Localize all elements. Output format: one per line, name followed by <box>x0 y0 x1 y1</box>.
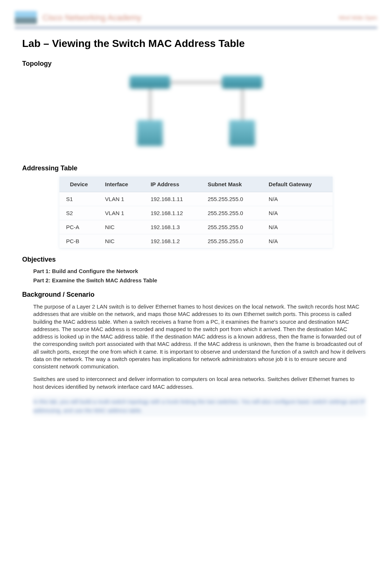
section-objectives-heading: Objectives <box>22 256 377 263</box>
cell-gateway: N/A <box>262 206 333 220</box>
page-header: Cisco Networking Academy Mind Wide Open <box>15 7 377 28</box>
pc-b-icon <box>229 120 255 146</box>
cell-mask: 255.255.255.0 <box>201 234 262 248</box>
cell-interface: NIC <box>99 220 144 234</box>
cell-mask: 255.255.255.0 <box>201 192 262 206</box>
link-trunk <box>170 82 222 83</box>
cell-ip: 192.168.1.2 <box>144 234 201 248</box>
background-paragraph-3-blurred: In this lab, you will build a multi-swit… <box>33 396 366 416</box>
col-mask: Subnet Mask <box>201 177 262 192</box>
objective-part2: Part 2: Examine the Switch MAC Address T… <box>33 277 377 283</box>
table-row: S2 VLAN 1 192.168.1.12 255.255.255.0 N/A <box>59 206 333 220</box>
pc-a-icon <box>137 120 163 146</box>
table-row: S1 VLAN 1 192.168.1.11 255.255.255.0 N/A <box>59 192 333 206</box>
objective-part1: Part 1: Build and Configure the Network <box>33 268 377 274</box>
cell-ip: 192.168.1.12 <box>144 206 201 220</box>
cell-gateway: N/A <box>262 192 333 206</box>
cell-device: S2 <box>59 206 99 220</box>
cisco-logo-icon <box>15 11 37 24</box>
background-paragraph-2: Switches are used to interconnect and de… <box>33 375 366 391</box>
link-s1-pca <box>150 89 151 120</box>
col-ip: IP Address <box>144 177 201 192</box>
topology-diagram <box>15 72 377 157</box>
cell-device: PC-B <box>59 234 99 248</box>
col-interface: Interface <box>99 177 144 192</box>
col-device: Device <box>59 177 99 192</box>
cell-gateway: N/A <box>262 220 333 234</box>
section-topology-heading: Topology <box>22 60 377 68</box>
cell-device: PC-A <box>59 220 99 234</box>
cell-ip: 192.168.1.11 <box>144 192 201 206</box>
header-left: Cisco Networking Academy <box>15 11 141 24</box>
table-row: PC-A NIC 192.168.1.3 255.255.255.0 N/A <box>59 220 333 234</box>
background-paragraph-1: The purpose of a Layer 2 LAN switch is t… <box>33 303 366 370</box>
header-tagline: Mind Wide Open <box>339 15 377 21</box>
cell-interface: VLAN 1 <box>99 206 144 220</box>
cell-gateway: N/A <box>262 234 333 248</box>
switch-s1-icon <box>130 76 170 89</box>
cell-interface: NIC <box>99 234 144 248</box>
document-page: Cisco Networking Academy Mind Wide Open … <box>0 0 392 575</box>
cell-mask: 255.255.255.0 <box>201 220 262 234</box>
cell-device: S1 <box>59 192 99 206</box>
cell-ip: 192.168.1.3 <box>144 220 201 234</box>
section-background-heading: Background / Scenario <box>22 291 377 299</box>
background-text: The purpose of a Layer 2 LAN switch is t… <box>33 303 366 416</box>
topology-canvas <box>118 72 274 157</box>
table-header-row: Device Interface IP Address Subnet Mask … <box>59 177 333 192</box>
page-title: Lab – Viewing the Switch MAC Address Tab… <box>22 38 377 50</box>
switch-s2-icon <box>222 76 262 89</box>
cell-mask: 255.255.255.0 <box>201 206 262 220</box>
link-s2-pcb <box>242 89 243 120</box>
table-row: PC-B NIC 192.168.1.2 255.255.255.0 N/A <box>59 234 333 248</box>
cell-interface: VLAN 1 <box>99 192 144 206</box>
col-gateway: Default Gateway <box>262 177 333 192</box>
addressing-table: Device Interface IP Address Subnet Mask … <box>59 177 333 248</box>
brand-text: Cisco Networking Academy <box>42 13 141 23</box>
section-addressing-heading: Addressing Table <box>22 164 377 172</box>
objectives-list: Part 1: Build and Configure the Network … <box>33 268 377 283</box>
